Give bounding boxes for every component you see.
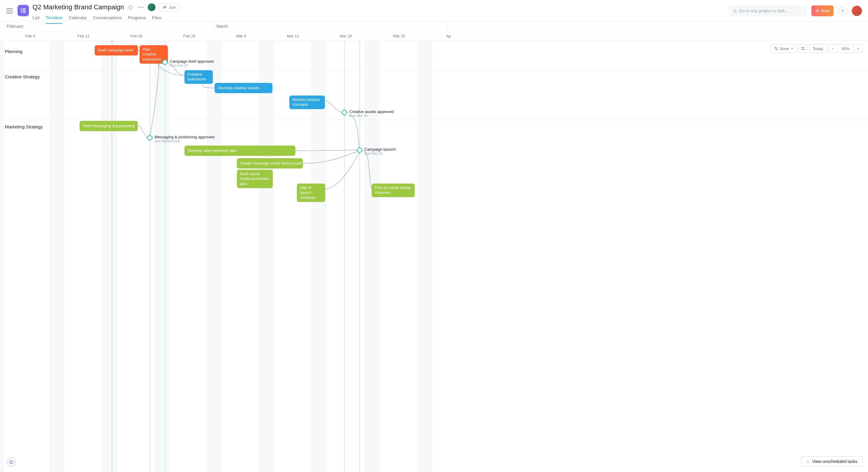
week-label: Feb 18 (130, 34, 142, 38)
svg-point-9 (164, 6, 165, 7)
today-marker (112, 41, 112, 472)
svg-point-13 (802, 47, 803, 48)
sort-button[interactable]: None (771, 44, 797, 53)
view-unscheduled-button[interactable]: View unscheduled tasks (801, 456, 863, 467)
svg-point-7 (140, 7, 141, 8)
member-avatar[interactable] (147, 3, 156, 11)
people-icon (163, 5, 167, 9)
favorite-button[interactable] (127, 4, 134, 11)
svg-rect-2 (21, 10, 22, 11)
section-header-creative[interactable]: Creative Strategy (5, 74, 40, 79)
plus-icon (815, 9, 819, 13)
week-label: Ap (446, 34, 451, 38)
task-label: Develop creative assets (218, 86, 259, 90)
chevron-down-icon (791, 48, 793, 50)
svg-point-6 (138, 7, 139, 8)
week-header: Feb 4 Feb 11 Feb 18 Feb 25 Mar 4 Mar 11 … (0, 32, 868, 41)
svg-rect-3 (23, 10, 26, 11)
star-icon (128, 4, 133, 10)
plus-icon: + (857, 46, 859, 51)
today-button[interactable]: Today (809, 44, 827, 53)
minus-icon: − (832, 46, 834, 51)
project-icon[interactable] (18, 5, 29, 16)
week-label: Mar 25 (393, 34, 405, 38)
milestone-messaging-approved[interactable]: Messaging & positioning approvedDue Wedn… (147, 135, 215, 143)
project-title: Q2 Marketing Brand Campaign (33, 3, 124, 11)
sort-label: None (780, 46, 789, 51)
help-button[interactable]: ? (838, 7, 847, 15)
milestone-label: Campaign brief approved (170, 59, 214, 64)
milestone-campaign-launch[interactable]: Campaign launch!Due Mar 20 (357, 147, 396, 155)
week-label: Mar 4 (236, 34, 246, 38)
svg-rect-5 (23, 12, 26, 13)
milestone-label: Creative assets approved (349, 109, 394, 114)
week-label: Mar 18 (340, 34, 352, 38)
diamond-icon (161, 59, 168, 66)
menu-toggle[interactable] (4, 5, 16, 17)
milestone-due: Due Mar 20 (364, 152, 396, 155)
task-label: Creative brainstorm (187, 72, 206, 82)
task-develop-creative-assets[interactable]: Develop creative assets (215, 83, 273, 93)
timeline-body[interactable]: None Today − 80% + Planning Creative Str… (0, 41, 868, 472)
svg-rect-1 (23, 8, 26, 9)
search-icon (733, 9, 737, 13)
join-label: Join (169, 5, 176, 10)
hamburger-icon (6, 8, 13, 13)
more-actions-button[interactable] (137, 4, 144, 11)
search-box[interactable] (729, 5, 807, 16)
help-icon: ? (841, 8, 844, 13)
search-input[interactable] (739, 8, 803, 13)
svg-point-16 (11, 461, 11, 462)
zoom-label: 80% (841, 46, 849, 51)
filter-button[interactable] (798, 44, 807, 53)
task-draft-campaign-brief[interactable]: Draft campaign brief (95, 45, 138, 56)
task-label: Review creative concepts (292, 97, 320, 107)
task-day-of-launch-schedule[interactable]: Day of launch schedule (297, 184, 325, 202)
task-review-creative-concepts[interactable]: Review creative concepts (289, 96, 325, 109)
month-label: February (7, 24, 24, 29)
task-label: Draft social media promotion plan (240, 171, 269, 186)
timeline-grid (0, 41, 868, 472)
task-create-email-nurture[interactable]: Create campaign email nurture path (237, 158, 303, 168)
svg-point-14 (804, 49, 804, 50)
milestone-due: Due Feb 22 (170, 64, 214, 67)
milestone-creative-assets-approved[interactable]: Creative assets approvedDue Mar 18 (342, 109, 394, 118)
task-label: Develop sales outreach plan (187, 148, 237, 153)
section-header-planning[interactable]: Planning (5, 49, 22, 54)
topbar: Q2 Marketing Brand Campaign Join List Ti… (0, 0, 868, 22)
task-post-social-channels[interactable]: Post on social media channels (372, 184, 415, 197)
chevrons-up-icon (806, 460, 810, 463)
dots-icon (138, 6, 144, 8)
zoom-group: − 80% + (828, 44, 863, 53)
zoom-level[interactable]: 80% (837, 44, 854, 53)
milestone-label: Campaign launch! (364, 147, 396, 152)
svg-point-10 (165, 6, 166, 7)
sliders-icon (801, 47, 805, 50)
info-bubble[interactable] (7, 458, 16, 467)
new-label: New (821, 8, 830, 13)
zoom-in-button[interactable]: + (854, 44, 863, 53)
info-icon (9, 460, 13, 464)
join-button[interactable]: Join (159, 4, 180, 11)
task-develop-sales-outreach[interactable]: Develop sales outreach plan (184, 146, 296, 156)
milestone-campaign-brief-approved[interactable]: Campaign brief approvedDue Feb 22 (162, 59, 214, 67)
svg-rect-0 (21, 8, 22, 9)
new-button[interactable]: New (811, 5, 834, 16)
task-label: Day of launch schedule (300, 185, 315, 200)
svg-rect-4 (21, 12, 22, 13)
diamond-icon (356, 147, 363, 154)
milestone-due: Due Wednesday (155, 139, 215, 143)
task-draft-social-media-plan[interactable]: Draft social media promotion plan (237, 170, 273, 188)
section-header-marketing[interactable]: Marketing Strategy (5, 124, 43, 129)
task-creative-brainstorm[interactable]: Creative brainstorm (184, 70, 213, 84)
task-draft-messaging-positioning[interactable]: Draft messaging & positioning (80, 121, 138, 131)
week-label: Mar 11 (287, 34, 299, 38)
zoom-out-button[interactable]: − (828, 44, 837, 53)
task-label: Draft campaign brief (98, 48, 133, 53)
user-avatar[interactable] (852, 6, 862, 16)
unscheduled-label: View unscheduled tasks (812, 459, 858, 464)
sort-icon (774, 47, 778, 50)
month-label: March (216, 24, 228, 29)
svg-line-12 (735, 12, 736, 13)
week-label: Feb 11 (78, 34, 90, 38)
